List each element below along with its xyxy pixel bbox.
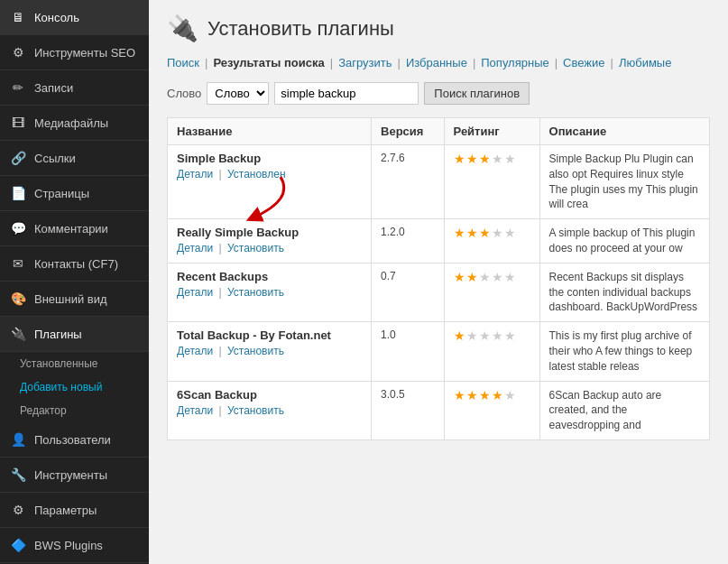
appearance-icon: 🎨 [9, 290, 27, 308]
sidebar-item-bws[interactable]: 🔷 BWS Plugins [0, 528, 149, 563]
stars-container: ★★★★★ [454, 226, 530, 240]
sidebar-label: Внешний вид [34, 292, 107, 306]
plugin-action-installed[interactable]: Установлен [227, 168, 286, 180]
tab-favorites[interactable]: Избранные [406, 54, 467, 71]
tab-upload[interactable]: Загрузить [338, 54, 392, 71]
plugin-actions: Детали | Установить [177, 242, 362, 254]
plugin-action-install[interactable]: Установить [227, 404, 284, 417]
plugin-rating: ★★★★★ [444, 145, 539, 219]
sidebar-item-tools[interactable]: 🔧 Инструменты [0, 458, 149, 493]
star-full: ★ [466, 388, 478, 402]
sidebar-item-users[interactable]: 👤 Пользователи [0, 422, 149, 458]
sidebar-item-records[interactable]: ✏ Записи [0, 70, 149, 106]
sidebar-subitem-add-new[interactable]: Добавить новый [0, 375, 149, 399]
console-icon: 🖥 [9, 8, 27, 26]
search-bar: Слово Слово Теги Автор Поиск плагинов [167, 82, 710, 105]
plugin-actions: Детали | Установить [177, 345, 362, 357]
sidebar-label: Консоль [34, 11, 79, 24]
plugin-action-install[interactable]: Установить [227, 286, 284, 299]
plugin-action-details[interactable]: Детали [177, 242, 213, 254]
plugin-rating: ★★★★★ [444, 381, 539, 439]
star-full: ★ [479, 226, 491, 240]
star-empty: ★ [504, 328, 516, 343]
plugin-actions: Детали | Установить [177, 404, 362, 417]
tab-search[interactable]: Поиск [167, 54, 199, 71]
plugin-rating: ★★★★★ [444, 263, 539, 321]
plugin-version: 0.7 [372, 263, 445, 321]
sidebar-item-comments[interactable]: 💬 Комментарии [0, 211, 149, 246]
sidebar-label: Контакты (CF7) [34, 257, 118, 271]
sidebar-item-seo[interactable]: ⚙ Инструменты SEO [0, 35, 149, 70]
star-empty: ★ [504, 388, 516, 402]
plugin-action-install[interactable]: Установить [227, 242, 284, 254]
star-full: ★ [466, 226, 478, 240]
plugin-version: 3.0.5 [372, 381, 445, 439]
sidebar-label: Параметры [34, 504, 97, 517]
star-full: ★ [454, 226, 465, 240]
plugin-actions: Детали | Установлен [177, 168, 362, 180]
settings-icon: ⚙ [9, 501, 27, 519]
seo-icon: ⚙ [9, 43, 27, 61]
star-empty: ★ [504, 152, 516, 166]
star-full: ★ [492, 388, 503, 402]
table-row: Recent BackupsДетали | Установить0.7★★★★… [168, 263, 710, 321]
page-title: Установить плагины [207, 17, 394, 41]
col-header-version: Версия [372, 118, 445, 145]
plugin-action-details[interactable]: Детали [177, 345, 213, 357]
sidebar-item-plugins[interactable]: 🔌 Плагины [0, 317, 149, 352]
search-type-select[interactable]: Слово Теги Автор [207, 82, 269, 105]
star-empty: ★ [504, 226, 516, 240]
plugin-name: Really Simple Backup [177, 226, 362, 239]
star-empty: ★ [504, 270, 516, 284]
star-full: ★ [466, 152, 478, 166]
plugin-description: Recent Backups sit displays the conten i… [539, 263, 709, 321]
links-icon: 🔗 [9, 149, 27, 167]
plugin-action-details[interactable]: Детали [177, 286, 213, 299]
tab-results[interactable]: Результаты поиска [213, 54, 324, 71]
plugin-action-details[interactable]: Детали [177, 168, 213, 180]
sidebar-item-console[interactable]: 🖥 Консоль [0, 0, 149, 35]
tab-fresh[interactable]: Свежие [563, 54, 604, 71]
table-row: Total Backup - By Fotan.netДетали | Уста… [168, 322, 710, 381]
sidebar-item-contacts[interactable]: ✉ Контакты (CF7) [0, 246, 149, 282]
page-header: 🔌 Установить плагины [167, 14, 710, 43]
search-type-label: Слово [167, 87, 201, 100]
plugin-actions: Детали | Установить [177, 286, 362, 299]
sidebar-item-links[interactable]: 🔗 Ссылки [0, 141, 149, 176]
plugin-description: 6Scan Backup auto are created, and the e… [539, 381, 709, 439]
sidebar-label: BWS Plugins [34, 539, 103, 552]
star-full: ★ [454, 328, 465, 343]
col-header-name: Название [168, 118, 372, 145]
sidebar-item-appearance[interactable]: 🎨 Внешний вид [0, 282, 149, 317]
sidebar-subitem-editor[interactable]: Редактор [0, 399, 149, 422]
comments-icon: 💬 [9, 219, 27, 237]
col-header-rating: Рейтинг [444, 118, 539, 145]
records-icon: ✏ [9, 79, 27, 97]
tab-custom[interactable]: Любимые [619, 54, 672, 71]
nav-tabs: Поиск | Результаты поиска | Загрузить | … [167, 54, 710, 71]
star-full: ★ [454, 388, 465, 402]
sidebar-label: Инструменты [34, 468, 107, 482]
search-input[interactable] [274, 82, 419, 105]
plugins-table: Название Версия Рейтинг Описание Simple … [167, 117, 710, 440]
sidebar-item-pages[interactable]: 📄 Страницы [0, 176, 149, 211]
plugin-name: 6Scan Backup [177, 388, 362, 402]
col-header-description: Описание [539, 118, 709, 145]
sidebar-subitem-installed[interactable]: Установленные [0, 352, 149, 375]
plugin-action-details[interactable]: Детали [177, 404, 213, 417]
sidebar-label: Комментарии [34, 222, 108, 236]
tab-popular[interactable]: Популярные [481, 54, 548, 71]
star-full: ★ [454, 152, 465, 166]
sidebar-item-settings[interactable]: ⚙ Параметры [0, 493, 149, 528]
sidebar-label: Страницы [34, 187, 89, 200]
plugin-action-install[interactable]: Установить [227, 345, 284, 357]
sidebar-label: Ссылки [34, 152, 76, 165]
plugin-rating: ★★★★★ [444, 219, 539, 264]
plugin-name: Total Backup - By Fotan.net [177, 328, 362, 342]
sidebar-item-media[interactable]: 🎞 Медиафайлы [0, 106, 149, 141]
star-full: ★ [479, 152, 491, 166]
users-icon: 👤 [9, 430, 27, 448]
search-button[interactable]: Поиск плагинов [424, 82, 530, 105]
plugins-icon: 🔌 [9, 325, 27, 343]
plugin-description: A simple backup of This plugin does no p… [539, 219, 709, 264]
